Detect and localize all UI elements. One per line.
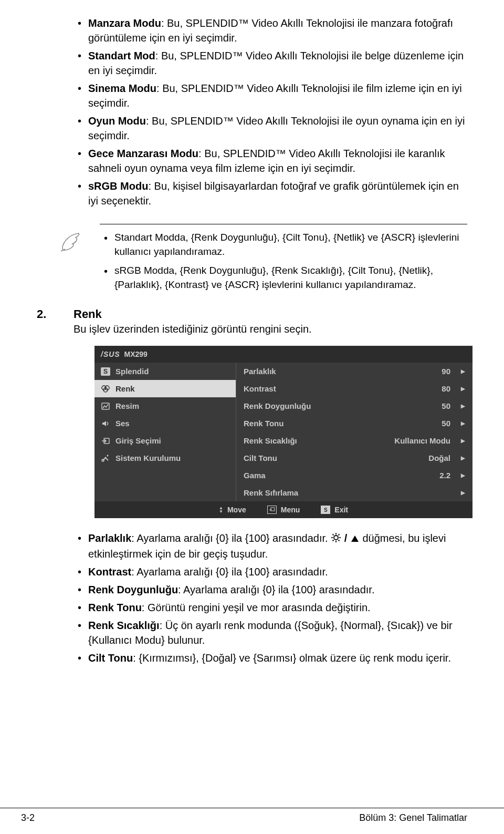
section-description: Bu işlev üzerinden istediğiniz görüntü r… [74, 323, 467, 335]
osd-footer: ▲▼ Move Menu S Exit [94, 501, 472, 518]
osd-setting-value: Kullanıcı Modu [394, 436, 450, 445]
list-item: Gece Manzarası Modu: Bu, SPLENDID™ Video… [74, 146, 467, 176]
osd-setting-row[interactable]: Renk Doygunluğu50▶ [236, 397, 472, 415]
osd-tab-ses[interactable]: Ses [94, 415, 236, 432]
note-text: Standart Modda, {Renk Doygunluğu}, {Cilt… [114, 232, 459, 257]
detail-title: Cilt Tonu [88, 652, 133, 664]
section-heading: 2.Renk [37, 307, 467, 321]
divider [100, 224, 467, 224]
osd-tab-resim[interactable]: Resim [94, 397, 236, 415]
note-text: sRGB Modda, {Renk Doygunluğu}, {Renk Sıc… [114, 265, 433, 290]
list-item: Renk Tonu: Görüntü rengini yeşil ve mor … [74, 600, 467, 615]
list-item: sRGB Modu: Bu, kişisel bilgisayarlardan … [74, 179, 467, 208]
osd-footer-menu: Menu [267, 506, 300, 514]
detail-title: Renk Doygunluğu [88, 584, 178, 595]
osd-setting-label: Gama [244, 471, 266, 480]
detail-desc: : {Kırmızımsı}, {Doğal} ve {Sarımsı} olm… [133, 652, 451, 664]
osd-setting-label: Cilt Tonu [244, 454, 277, 462]
osd-setting-value: 90 [442, 367, 450, 376]
osd-setting-value: 2.2 [439, 471, 450, 480]
list-item: Sinema Modu: Bu, SPLENDID™ Video Akıllı … [74, 81, 467, 110]
list-item: Manzara Modu: Bu, SPLENDID™ Video Akıllı… [74, 16, 467, 45]
osd-setting-row[interactable]: Renk SıcaklığıKullanıcı Modu▶ [236, 432, 472, 449]
osd-setting-row[interactable]: Renk Tonu50▶ [236, 415, 472, 432]
s-icon: S [321, 506, 330, 514]
updown-icon: ▲▼ [219, 506, 223, 513]
detail-title: Renk Tonu [88, 602, 142, 613]
note-block: Standart Modda, {Renk Doygunluğu}, {Cilt… [79, 224, 467, 292]
detail-desc: : Görüntü rengini yeşil ve mor arasında … [142, 602, 371, 613]
osd-setting-label: Kontrast [244, 384, 276, 393]
chapter-title: Bölüm 3: Genel Talimatlar [359, 812, 467, 823]
chevron-right-icon: ▶ [461, 490, 465, 496]
note-icon [58, 229, 84, 255]
chevron-right-icon: ▶ [461, 420, 465, 426]
list-item: Kontrast: Ayarlama aralığı {0} ila {100}… [74, 564, 467, 579]
mode-title: sRGB Modu [88, 180, 148, 192]
osd-setting-row[interactable]: Cilt TonuDoğal▶ [236, 449, 472, 467]
mode-title: Gece Manzarası Modu [88, 148, 198, 159]
osd-tab-giris[interactable]: Giriş Seçimi [94, 432, 236, 449]
svg-line-14 [333, 540, 334, 541]
note-list: Standart Modda, {Renk Doygunluğu}, {Cilt… [79, 231, 467, 292]
osd-footer-move: ▲▼ Move [219, 506, 246, 514]
tools-icon [101, 454, 110, 462]
slash: / [344, 532, 350, 544]
mode-list: Manzara Modu: Bu, SPLENDID™ Video Akıllı… [74, 16, 467, 208]
osd-setting-label: Renk Doygunluğu [244, 401, 311, 410]
osd-tab-label: Resim [116, 401, 139, 410]
detail-desc: : Ayarlama aralığı {0} ila {100} arasınd… [131, 532, 328, 544]
osd-setting-row[interactable]: Renk Sıfırlama▶ [236, 484, 472, 501]
svg-point-7 [334, 536, 338, 540]
osd-footer-label: Menu [281, 506, 300, 514]
mode-title: Standart Mod [88, 50, 155, 61]
osd-tab-label: Ses [116, 419, 130, 428]
osd-model: MX299 [124, 350, 147, 358]
osd-setting-row[interactable]: Parlaklık90▶ [236, 363, 472, 380]
s-icon: S [101, 367, 110, 376]
list-item: Parlaklık: Ayarlama aralığı {0} ila {100… [74, 531, 467, 561]
osd-tab-sistem[interactable]: Sistem Kurulumu [94, 449, 236, 467]
brightness-icon [331, 532, 341, 547]
chevron-right-icon: ▶ [461, 368, 465, 374]
svg-line-15 [339, 534, 340, 536]
color-icon [101, 385, 110, 393]
chevron-right-icon: ▶ [461, 472, 465, 478]
osd-tab-label: Renk [116, 384, 135, 393]
chevron-right-icon: ▶ [461, 403, 465, 409]
chevron-right-icon: ▶ [461, 386, 465, 392]
list-item: Oyun Modu: Bu, SPLENDID™ Video Akıllı Te… [74, 114, 467, 143]
detail-title: Renk Sıcaklığı [88, 620, 160, 631]
osd-footer-exit: S Exit [321, 506, 348, 514]
list-item: Renk Doygunluğu: Ayarlama aralığı {0} il… [74, 582, 467, 597]
osd-setting-value: 50 [442, 419, 450, 428]
mode-title: Oyun Modu [88, 115, 146, 127]
osd-setting-label: Renk Sıcaklığı [244, 436, 297, 445]
osd-header: /SUS MX299 [94, 346, 472, 363]
osd-tab-splendid[interactable]: S Splendid [94, 363, 236, 380]
osd-footer-label: Move [227, 506, 246, 514]
osd-tab-label: Splendid [116, 367, 149, 376]
page-number: 3-2 [21, 812, 35, 823]
osd-right-panel: Parlaklık90▶ Kontrast80▶ Renk Doygunluğu… [236, 363, 472, 501]
mode-title: Manzara Modu [88, 17, 161, 29]
svg-rect-6 [271, 508, 275, 511]
input-icon [101, 437, 110, 445]
osd-setting-label: Renk Sıfırlama [244, 488, 298, 497]
triangle-up-icon [350, 532, 360, 547]
picture-icon [101, 402, 110, 410]
osd-tab-renk[interactable]: Renk [94, 380, 236, 397]
osd-footer-label: Exit [334, 506, 348, 514]
osd-tab-label: Sistem Kurulumu [116, 454, 181, 462]
sound-icon [101, 419, 110, 428]
chevron-right-icon: ▶ [461, 455, 465, 461]
section-title: Renk [74, 307, 102, 321]
menu-icon [267, 506, 277, 514]
chevron-right-icon: ▶ [461, 438, 465, 444]
osd-tab-label: Giriş Seçimi [116, 436, 161, 445]
osd-setting-row[interactable]: Gama2.2▶ [236, 467, 472, 484]
detail-list: Parlaklık: Ayarlama aralığı {0} ila {100… [74, 531, 467, 665]
osd-setting-row[interactable]: Kontrast80▶ [236, 380, 472, 397]
list-item: Renk Sıcaklığı: Üç ön ayarlı renk modund… [74, 618, 467, 647]
osd-setting-value: 80 [442, 384, 450, 393]
